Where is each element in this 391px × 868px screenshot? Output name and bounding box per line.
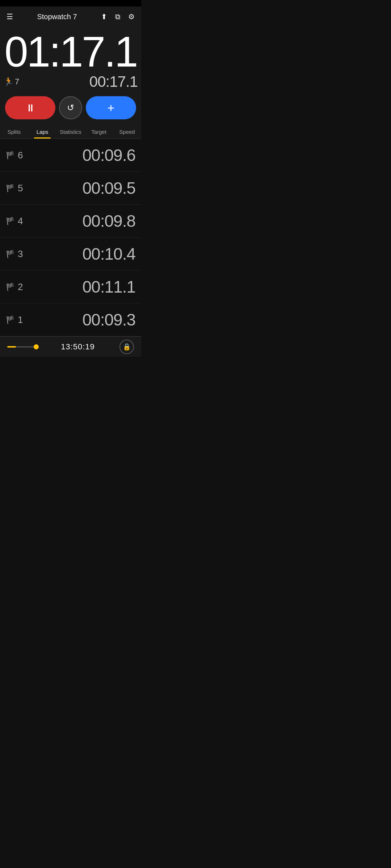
main-time-value: 01:17. <box>4 28 114 76</box>
main-time-tenth: 1 <box>114 28 137 76</box>
lap-label: 🏴3 <box>6 248 23 260</box>
lap-number-label: 6 <box>18 150 23 161</box>
flag-icon: 🏴 <box>6 250 15 258</box>
tab-target[interactable]: Target <box>85 124 113 139</box>
share-button[interactable]: ⬆ <box>100 12 108 21</box>
progress-bar-container <box>7 346 36 348</box>
lap-number-label: 3 <box>18 248 23 260</box>
clock-time: 13:50:19 <box>61 342 95 352</box>
top-bar: ☰ Stopwatch 7 ⬆ ⧉ ⚙ <box>0 7 141 27</box>
lap-row: 🏴600:09.6 <box>0 139 141 172</box>
tab-statistics[interactable]: Statistics <box>56 124 85 139</box>
lap-number-label: 2 <box>18 281 23 293</box>
menu-button[interactable]: ☰ <box>6 12 14 21</box>
timer-display: 01:17.1 <box>0 27 141 73</box>
lock-button[interactable]: 🔒 <box>119 340 134 354</box>
flag-icon: 🏴 <box>6 151 15 159</box>
top-bar-icons: ⬆ ⧉ ⚙ <box>100 12 135 21</box>
lap-time-value: 00:11.1 <box>83 277 135 297</box>
lap-number-label: 4 <box>18 216 23 227</box>
pause-button[interactable]: ⏸ <box>5 96 55 119</box>
secondary-row: 🏃 7 00:17.1 <box>0 73 141 93</box>
lap-row: 🏴200:11.1 <box>0 271 141 303</box>
lap-label: 🏴2 <box>6 281 23 293</box>
progress-dot <box>34 344 39 349</box>
settings-button[interactable]: ⚙ <box>127 12 135 21</box>
runner-info: 🏃 7 <box>4 77 19 86</box>
lap-number: 7 <box>15 77 19 86</box>
lap-label: 🏴1 <box>6 314 23 326</box>
lap-row: 🏴400:09.8 <box>0 205 141 238</box>
flag-icon: 🏴 <box>6 315 15 324</box>
lock-icon: 🔒 <box>123 343 131 351</box>
lap-time-value: 00:09.5 <box>83 178 135 198</box>
reset-button[interactable]: ↺ <box>59 96 82 119</box>
lap-number-label: 5 <box>18 183 23 194</box>
flag-icon: 🏴 <box>6 184 15 192</box>
flag-icon: 🏴 <box>6 217 15 225</box>
tab-splits[interactable]: Splits <box>0 124 28 139</box>
lap-row: 🏴100:09.3 <box>0 303 141 336</box>
lap-button[interactable]: + <box>86 96 136 119</box>
lap-time-value: 00:09.6 <box>83 145 135 165</box>
pause-icon: ⏸ <box>25 102 35 114</box>
reset-icon: ↺ <box>67 103 74 113</box>
lap-icon: + <box>108 101 115 115</box>
flag-icon: 🏴 <box>6 282 15 291</box>
progress-fill <box>7 346 16 348</box>
lap-row: 🏴500:09.5 <box>0 172 141 205</box>
main-time-display: 01:17.1 <box>4 30 138 73</box>
laps-list: 🏴600:09.6🏴500:09.5🏴400:09.8🏴300:10.4🏴200… <box>0 139 141 336</box>
lap-time-value: 00:09.3 <box>83 310 135 329</box>
multi-button[interactable]: ⧉ <box>114 12 121 21</box>
status-bar-top <box>0 0 141 7</box>
tabs-bar: Splits Laps Statistics Target Speed <box>0 124 141 139</box>
secondary-time: 00:17.1 <box>89 73 138 90</box>
bottom-bar: 13:50:19 🔒 <box>0 336 141 357</box>
lap-label: 🏴6 <box>6 150 23 161</box>
lap-label: 🏴4 <box>6 216 23 227</box>
progress-track <box>7 346 36 348</box>
lap-number-label: 1 <box>18 314 23 326</box>
tab-speed[interactable]: Speed <box>113 124 141 139</box>
tab-laps[interactable]: Laps <box>28 124 56 139</box>
lap-label: 🏴5 <box>6 183 23 194</box>
lap-row: 🏴300:10.4 <box>0 238 141 271</box>
app-title: Stopwatch 7 <box>37 13 77 21</box>
runner-icon: 🏃 <box>4 77 13 86</box>
lap-time-value: 00:09.8 <box>83 211 135 231</box>
controls: ⏸ ↺ + <box>0 93 141 124</box>
lap-time-value: 00:10.4 <box>83 244 135 264</box>
